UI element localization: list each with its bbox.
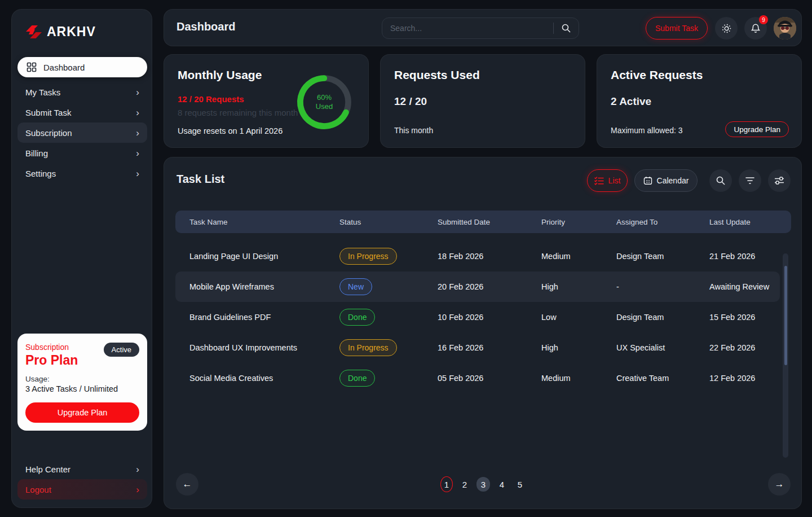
cell-last-update: 15 Feb 2026	[695, 313, 791, 322]
page-button-3[interactable]: 3	[476, 477, 490, 492]
table-search-button[interactable]	[709, 169, 732, 192]
status-badge: Done	[339, 309, 375, 326]
sidebar-item-settings[interactable]: Settings ›	[17, 163, 147, 183]
status-badge: New	[339, 278, 372, 295]
chevron-right-icon: ›	[136, 148, 139, 158]
column-header-last-update: Last Update	[695, 218, 791, 226]
sun-icon	[721, 23, 732, 34]
search-input[interactable]	[382, 24, 553, 33]
upgrade-plan-button[interactable]: Upgrade Plan	[25, 402, 139, 423]
notification-count-badge: 9	[759, 15, 768, 24]
page-button-5[interactable]: 5	[514, 477, 526, 492]
donut-caption: Used	[316, 102, 333, 111]
submit-task-button[interactable]: Submit Task	[646, 17, 708, 40]
cell-priority: Low	[527, 313, 602, 322]
table-body: Landing Page UI Design In Progress 18 Fe…	[175, 241, 791, 393]
calendar-view-label: Calendar	[657, 176, 689, 185]
status-badge: Active	[104, 343, 139, 357]
grid-icon	[27, 62, 37, 72]
usage-donut-chart: 60% Used	[295, 73, 354, 132]
section-title: Task List	[176, 173, 224, 186]
donut-percent: 60%	[317, 93, 332, 102]
cell-last-update: 12 Feb 2026	[695, 374, 791, 383]
chevron-right-icon: ›	[136, 128, 139, 138]
settings-sliders-button[interactable]	[768, 169, 791, 192]
page-title: Dashboard	[176, 20, 235, 33]
card-title: Active Requests	[611, 68, 788, 82]
table-row[interactable]: Mobile App Wireframes New 20 Feb 2026 Hi…	[175, 271, 780, 302]
column-header-submitted-date: Submitted Date	[423, 218, 527, 226]
filter-button[interactable]	[739, 169, 761, 192]
sidebar-item-label: My Tasks	[25, 87, 60, 97]
sidebar-item-dashboard[interactable]: Dashboard	[17, 57, 147, 77]
page-button-4[interactable]: 4	[496, 477, 508, 492]
task-list-panel: Task List List Calendar	[164, 157, 802, 509]
bell-icon	[751, 23, 761, 34]
monthly-usage-card: Monthly Usage 12 / 20 Requests 8 request…	[164, 54, 369, 148]
sidebar-item-help-center[interactable]: Help Center ›	[17, 459, 147, 479]
active-requests-value: 2 Active	[611, 95, 788, 108]
sidebar-item-my-tasks[interactable]: My Tasks ›	[17, 82, 147, 102]
cell-task-name: Mobile App Wireframes	[175, 282, 325, 291]
cell-assigned: Design Team	[602, 313, 695, 322]
brand-logo: ARKHV	[12, 10, 152, 40]
column-header-priority: Priority	[527, 218, 602, 226]
cell-last-update: Awaiting Review	[695, 282, 780, 291]
cell-assigned: Creative Team	[602, 374, 695, 383]
upgrade-plan-button[interactable]: Upgrade Plan	[725, 121, 789, 137]
cell-assigned: Design Team	[602, 252, 695, 261]
cell-date: 16 Feb 2026	[423, 343, 527, 352]
page-button-1[interactable]: 1	[440, 476, 453, 492]
calendar-view-button[interactable]: Calendar	[634, 169, 698, 192]
requests-used-card: Requests Used 12 / 20 This month	[380, 54, 585, 148]
calendar-icon	[643, 176, 652, 185]
requests-used-value: 12 / 20	[394, 95, 571, 108]
cell-assigned: UX Specialist	[602, 343, 695, 352]
brand-name: ARKHV	[47, 24, 96, 40]
table-row[interactable]: Social Media Creatives Done 05 Feb 2026 …	[175, 363, 791, 393]
sidebar-item-label: Submit Task	[25, 108, 71, 117]
sidebar-item-label: Settings	[25, 169, 56, 178]
search-bar	[382, 17, 579, 39]
cell-priority: Medium	[527, 252, 602, 261]
usage-label: Usage:	[25, 375, 139, 383]
list-icon	[594, 177, 604, 185]
chevron-right-icon: ›	[136, 169, 139, 178]
column-header-status: Status	[325, 218, 423, 226]
table-row[interactable]: Landing Page UI Design In Progress 18 Fe…	[175, 241, 791, 271]
notifications-button[interactable]: 9	[744, 17, 767, 40]
active-requests-card: Active Requests 2 Active Maximum allowed…	[597, 54, 802, 148]
status-badge: In Progress	[339, 339, 397, 356]
page-button-2[interactable]: 2	[458, 477, 471, 492]
sidebar-item-logout[interactable]: Logout ›	[17, 479, 147, 500]
sidebar-item-submit-task[interactable]: Submit Task ›	[17, 102, 147, 122]
sliders-icon	[774, 176, 784, 185]
column-header-assigned-to: Assigned To	[602, 218, 695, 226]
list-view-label: List	[608, 176, 621, 185]
search-button[interactable]	[554, 18, 579, 38]
scrollbar-thumb[interactable]	[784, 266, 787, 365]
usage-value: 3 Active Tasks / Unlimited	[25, 384, 139, 393]
pagination: 1 2 3 4 5	[164, 473, 802, 496]
theme-toggle-button[interactable]	[715, 17, 738, 40]
table-scrollbar[interactable]	[783, 253, 788, 458]
chevron-right-icon: ›	[136, 465, 139, 474]
avatar[interactable]	[774, 17, 796, 40]
table-row[interactable]: Brand Guidelines PDF Done 10 Feb 2026 Lo…	[175, 302, 791, 332]
arrow-right-icon: →	[775, 479, 784, 490]
filter-icon	[745, 177, 755, 185]
donut-center-label: 60% Used	[295, 73, 354, 132]
sidebar-item-billing[interactable]: Billing ›	[17, 143, 147, 163]
cell-assigned: -	[602, 282, 695, 291]
cell-priority: Medium	[527, 374, 602, 383]
cell-priority: High	[527, 343, 602, 352]
chevron-right-icon: ›	[136, 108, 139, 117]
list-view-button[interactable]: List	[587, 169, 628, 192]
sidebar-footer: Help Center › Logout ›	[17, 459, 147, 500]
table-row[interactable]: Dashboard UX Improvements In Progress 16…	[175, 332, 791, 363]
cell-task-name: Social Media Creatives	[175, 374, 325, 383]
avatar-image	[774, 17, 796, 40]
cell-date: 18 Feb 2026	[423, 252, 527, 261]
sidebar-item-subscription[interactable]: Subscription ›	[17, 122, 147, 143]
next-page-button[interactable]: →	[768, 473, 791, 496]
